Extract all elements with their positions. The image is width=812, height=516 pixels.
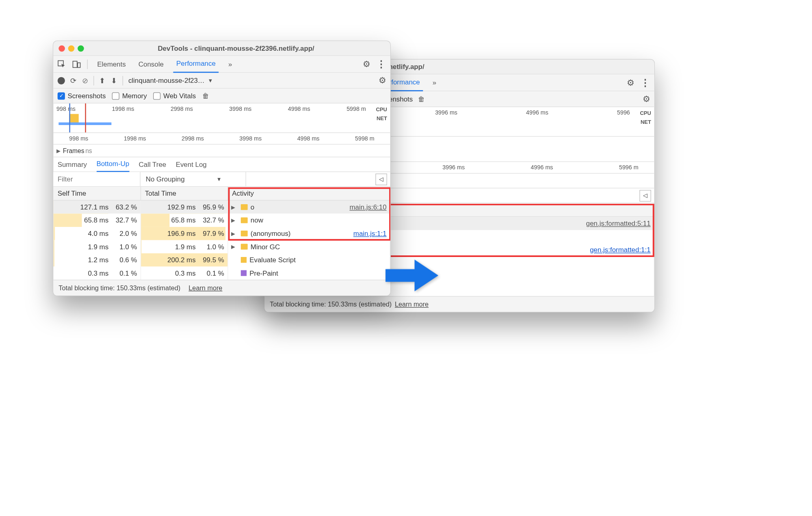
trash-icon[interactable]: 🗑 — [418, 95, 425, 103]
folder-icon — [240, 218, 247, 223]
filter-input[interactable] — [53, 172, 140, 186]
tick: 1998 ms — [112, 106, 134, 130]
checkbox-screenshots[interactable]: ✓Screenshots — [58, 92, 106, 99]
cpu-label: CPU — [640, 110, 651, 116]
tab-elements[interactable]: Elements — [94, 56, 129, 73]
category-icon — [240, 257, 246, 263]
subtab-calltree[interactable]: Call Tree — [139, 157, 167, 172]
activity-name: Pre-Paint — [249, 269, 278, 277]
folder-icon — [240, 231, 247, 236]
grouping-select[interactable]: No Grouping▼ — [141, 172, 246, 186]
bottom-up-table: Self Time Total Time Activity 127.1 ms63… — [53, 187, 390, 280]
zoom-icon[interactable] — [78, 45, 84, 52]
col-activity[interactable]: Activity — [227, 187, 390, 200]
url-selector[interactable]: clinquant-mousse-2f23…▼ — [128, 76, 213, 84]
source-link[interactable]: gen.js:formatted:5:11 — [586, 220, 651, 228]
tabs-overflow[interactable]: » — [225, 56, 235, 73]
tick: 4998 ms — [288, 106, 310, 130]
upload-icon[interactable]: ⬆ — [99, 76, 106, 85]
step-prev-icon[interactable]: ◁ — [639, 190, 651, 201]
tick: 5996 — [617, 109, 630, 134]
table-row[interactable]: 1.2 ms0.6 %200.2 ms99.5 %Evaluate Script — [53, 253, 390, 267]
source-link[interactable]: gen.js:formatted:1:1 — [590, 246, 650, 254]
filter-bar: No Grouping▼ ◁ — [53, 172, 390, 187]
tick: 3996 ms — [435, 109, 457, 134]
table-row[interactable]: 65.8 ms32.7 %65.8 ms32.7 %▶now — [53, 214, 390, 227]
frames-label: Frames — [63, 147, 84, 154]
activity-name: now — [251, 216, 263, 225]
col-total[interactable]: Total Time — [141, 187, 228, 200]
expand-icon[interactable]: ▶ — [231, 204, 235, 210]
net-label: NET — [377, 116, 387, 121]
record-icon[interactable] — [58, 77, 65, 84]
main-toolbar: Elements Console Performance » ⚙ ⋮ — [53, 56, 390, 73]
options-bar: ✓Screenshots Memory Web Vitals 🗑 — [53, 89, 390, 103]
expand-icon[interactable]: ▶ — [231, 231, 235, 236]
download-icon[interactable]: ⬇ — [111, 76, 117, 85]
expand-icon[interactable]: ▶ — [56, 148, 61, 153]
tick: 4996 ms — [526, 109, 548, 134]
subtab-eventlog[interactable]: Event Log — [176, 157, 207, 172]
activity-name: o — [251, 203, 254, 211]
kebab-icon[interactable]: ⋮ — [377, 60, 386, 68]
source-link[interactable]: main.js:6:10 — [349, 203, 386, 211]
kebab-icon[interactable]: ⋮ — [641, 78, 650, 87]
perf-toolbar: ⟳ ⊘ ⬆ ⬇ clinquant-mousse-2f23…▼ ⚙ — [53, 73, 390, 89]
device-icon[interactable] — [72, 60, 81, 68]
detail-tabs: Summary Bottom-Up Call Tree Event Log — [53, 157, 390, 172]
svg-rect-1 — [73, 61, 77, 67]
step-prev-icon[interactable]: ◁ — [375, 173, 387, 185]
source-link[interactable]: main.js:1:1 — [353, 229, 387, 237]
inspect-icon[interactable] — [58, 60, 66, 68]
timeline-ruler[interactable]: 998 ms 1998 ms 2998 ms 3998 ms 4998 ms 5… — [53, 133, 390, 145]
table-row[interactable]: 1.9 ms1.0 %1.9 ms1.0 %▶Minor GC — [53, 240, 390, 253]
tick: 3998 ms — [229, 106, 251, 130]
activity-name: (anonymous) — [251, 229, 291, 237]
close-icon[interactable] — [58, 45, 65, 52]
checkbox-memory[interactable]: Memory — [112, 92, 147, 99]
clear-icon[interactable]: ⊘ — [82, 76, 89, 85]
net-label: NET — [641, 119, 651, 125]
learn-more-link[interactable]: Learn more — [188, 284, 222, 291]
footer: Total blocking time: 150.33ms (estimated… — [264, 296, 654, 312]
tick: 5998 m — [346, 106, 366, 130]
gear-icon[interactable]: ⚙ — [363, 59, 370, 69]
reload-icon[interactable]: ⟳ — [70, 76, 77, 85]
tabs-overflow[interactable]: » — [429, 74, 440, 91]
col-self[interactable]: Self Time — [53, 187, 140, 200]
table-row[interactable]: 0.3 ms0.1 %0.3 ms0.1 %Pre-Paint — [53, 266, 390, 280]
timeline-overview[interactable]: 998 ms 1998 ms 2998 ms 3998 ms 4998 ms 5… — [53, 104, 390, 133]
window-title: DevTools - clinquant-mousse-2f2396.netli… — [87, 44, 385, 52]
expand-icon[interactable]: ▶ — [231, 218, 235, 223]
trash-icon[interactable]: 🗑 — [202, 92, 209, 99]
tab-console[interactable]: Console — [135, 56, 167, 73]
gear-icon[interactable]: ⚙ — [643, 94, 650, 104]
minimize-icon[interactable] — [68, 45, 75, 52]
frames-row[interactable]: ▶ Frames ns — [53, 145, 390, 157]
devtools-window-front: DevTools - clinquant-mousse-2f2396.netli… — [53, 41, 391, 296]
svg-rect-2 — [78, 63, 80, 67]
tick: 2998 ms — [171, 106, 193, 130]
gear-icon[interactable]: ⚙ — [627, 78, 634, 88]
gear-icon[interactable]: ⚙ — [379, 76, 386, 86]
table-row[interactable]: 127.1 ms63.2 %192.9 ms95.9 %▶omain.js:6:… — [53, 200, 390, 214]
titlebar[interactable]: DevTools - clinquant-mousse-2f2396.netli… — [53, 41, 390, 56]
tab-performance[interactable]: Performance — [173, 56, 219, 73]
subtab-summary[interactable]: Summary — [58, 157, 87, 172]
expand-icon[interactable]: ▶ — [231, 244, 235, 250]
folder-icon — [240, 244, 247, 250]
folder-icon — [240, 204, 247, 210]
learn-more-link[interactable]: Learn more — [395, 300, 429, 308]
subtab-bottomup[interactable]: Bottom-Up — [96, 157, 129, 172]
arrow-annotation — [385, 260, 438, 293]
activity-name: Evaluate Script — [249, 256, 296, 264]
activity-name: Minor GC — [251, 243, 280, 250]
footer: Total blocking time: 150.33ms (estimated… — [53, 280, 390, 296]
table-row[interactable]: 4.0 ms2.0 %196.9 ms97.9 %▶(anonymous)mai… — [53, 227, 390, 240]
category-icon — [240, 270, 246, 276]
checkbox-webvitals[interactable]: Web Vitals — [153, 92, 196, 99]
cpu-label: CPU — [376, 107, 387, 112]
